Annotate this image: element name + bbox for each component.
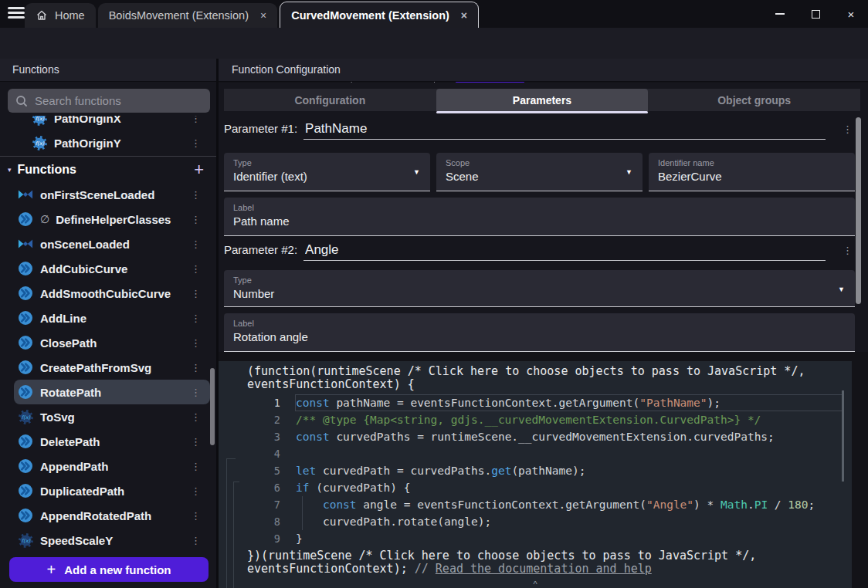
tab-boidsmovement[interactable]: BoidsMovement (Extension) × [98,3,278,28]
sidebar-item-addsmoothcubiccurve[interactable]: AddSmoothCubicCurve⋮ [0,281,216,306]
list-divider [0,156,216,157]
section-label: Functions [18,163,195,177]
search-input[interactable] [35,94,202,107]
add-new-function-button[interactable]: + Add a new function [9,557,209,582]
sidebar-item-pathoriginy[interactable]: f(x)PathOriginY⋮ [0,130,216,155]
tab-configuration[interactable]: Configuration [224,89,436,111]
documentation-link[interactable]: Read the documentation and help [436,562,652,576]
sidebar-item-onsceneloaded[interactable]: onSceneLoaded⋮ [0,231,216,256]
caret-down-icon: ▼ [626,168,632,176]
search-icon [15,95,28,107]
sidebar-item-definehelperclasses[interactable]: ∅DefineHelperClasses⋮ [0,207,216,231]
item-menu-icon[interactable]: ⋮ [191,387,201,397]
item-menu-icon[interactable]: ⋮ [191,239,201,249]
sidebar-item-addcubiccurve[interactable]: AddCubicCurve⋮ [0,256,216,281]
tab-label: BoidsMovement (Extension) [109,9,249,22]
item-menu-icon[interactable]: ⋮ [191,511,201,521]
tab-parameters[interactable]: Parameters [436,89,649,111]
item-menu-icon[interactable]: ⋮ [191,264,201,274]
parameter-2-menu-icon[interactable]: ⋮ [843,245,853,255]
functions-sidebar: f(x)PathOriginX⋮f(x)PathOriginY⋮ ▾ Funct… [0,82,216,588]
toolbar: Preview Share [0,28,868,59]
caret-down-icon: ▼ [413,168,420,176]
sidebar-title: Functions [12,63,59,76]
action-icon [18,286,33,301]
line-number: 8 [219,513,280,530]
parameter-2-name-input[interactable] [303,242,826,261]
item-menu-icon[interactable]: ⋮ [191,116,201,123]
sidebar-item-pathoriginx[interactable]: f(x)PathOriginX⋮ [0,116,216,130]
field-value: BezierCurve [658,170,846,183]
private-function-icon: ∅ [40,213,49,225]
field-label: Scope [446,158,633,167]
item-menu-icon[interactable]: ⋮ [191,536,201,546]
function-name: ToSvg [40,411,75,424]
code-lines[interactable]: 1const pathName = eventsFunctionContext.… [219,394,852,547]
page-title: Function Configuration [232,63,341,76]
editor-scrollbar[interactable] [842,390,844,482]
item-menu-icon[interactable]: ⋮ [191,338,201,348]
field-value: Identifier (text) [233,170,421,183]
action-icon [18,508,33,523]
sidebar-scrollbar[interactable] [210,368,215,445]
item-menu-icon[interactable]: ⋮ [191,313,201,323]
sidebar-item-createpathfromsvg[interactable]: CreatePathFromSvg⋮ [0,355,216,380]
parameter-1-menu-icon[interactable]: ⋮ [843,124,853,134]
collapse-triangle-icon[interactable]: ▾ [8,166,12,174]
sidebar-item-onfirstsceneloaded[interactable]: onFirstSceneLoaded⋮ [0,182,216,207]
param1-scope-select[interactable]: Scope Scene ▼ [436,153,643,191]
param1-type-select[interactable]: Type Identifier (text) ▼ [224,153,430,191]
sidebar-item-addline[interactable]: AddLine⋮ [0,306,216,330]
item-menu-icon[interactable]: ⋮ [191,437,201,447]
close-tab-icon[interactable]: × [456,9,467,22]
javascript-code-editor[interactable]: (function(runtimeScene /* Click here to … [219,361,852,588]
item-menu-icon[interactable]: ⋮ [191,138,201,148]
param1-identifier-field[interactable]: Identifier name BezierCurve [649,153,855,191]
sidebar-item-appendpath[interactable]: AppendPath⋮ [0,454,216,478]
tab-curvedmovement[interactable]: CurvedMovement (Extension) × [280,2,479,28]
parameter-1-name-input[interactable] [303,121,826,140]
sidebar-item-tosvg[interactable]: f(x)ToSvg⋮ [0,404,216,429]
field-value: Number [233,287,846,300]
sidebar-item-duplicatedpath[interactable]: DuplicatedPath⋮ [0,478,216,503]
menu-icon[interactable] [8,7,25,21]
item-menu-icon[interactable]: ⋮ [191,412,201,422]
search-box[interactable] [8,89,210,113]
maximize-button[interactable] [809,8,822,20]
tab-object-groups[interactable]: Object groups [648,89,860,111]
sidebar-item-speedscaley[interactable]: f(x)SpeedScaleY⋮ [0,528,216,553]
param2-label-field[interactable]: Label Rotation angle [224,313,855,352]
add-function-plus-icon[interactable]: + [194,161,204,178]
item-menu-icon[interactable]: ⋮ [191,363,201,373]
close-window-button[interactable]: × [845,8,857,20]
action-icon [18,434,33,449]
function-name: onSceneLoaded [40,238,130,251]
sidebar-item-closepath[interactable]: ClosePath⋮ [0,330,216,355]
item-menu-icon[interactable]: ⋮ [191,486,201,496]
collapse-editor-icon[interactable]: ^ [219,580,852,588]
item-menu-icon[interactable]: ⋮ [191,289,201,299]
line-number: 9 [219,530,280,547]
function-name: CreatePathFromSvg [40,361,151,374]
sidebar-item-appendrotatedpath[interactable]: AppendRotatedPath⋮ [0,503,216,528]
action-icon [18,211,33,227]
action-icon [18,384,33,400]
code-line-2: 2/** @type {Map<string, gdjs.__curvedMov… [219,411,852,428]
item-menu-icon[interactable]: ⋮ [191,461,201,471]
line-number: 6 [219,479,280,496]
sidebar-item-rotatepath[interactable]: RotatePath⋮ [0,380,216,404]
item-menu-icon[interactable]: ⋮ [191,190,201,200]
window-controls: × [774,0,857,28]
sidebar-item-deletepath[interactable]: DeletePath⋮ [0,429,216,454]
param2-type-select[interactable]: Type Number ▼ [224,270,855,307]
parameters-scrollbar[interactable] [856,117,861,304]
function-name: DuplicatedPath [40,485,124,498]
function-name: ClosePath [40,336,97,350]
minimize-button[interactable] [774,8,786,20]
field-value: Rotation angle [233,330,846,343]
param1-label-field[interactable]: Label Path name [224,198,855,236]
close-tab-icon[interactable]: × [256,9,266,22]
tab-home[interactable]: Home [25,3,96,28]
code-line-7: 7 const angle = eventsFunctionContext.ge… [219,496,852,513]
item-menu-icon[interactable]: ⋮ [191,215,201,225]
